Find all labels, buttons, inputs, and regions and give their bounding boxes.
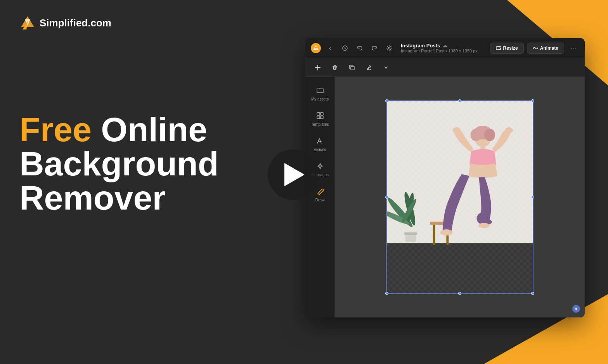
sidebar-item-visuals[interactable]: Visuals [307, 132, 333, 156]
editor-sidebar: My assets Templates [305, 77, 335, 317]
add-element-button[interactable] [312, 61, 324, 74]
resize-handle-bottom-middle[interactable] [458, 292, 461, 295]
headline-line2: Background [19, 147, 218, 181]
headline-line1: Free Online [19, 113, 218, 147]
copy-element-button[interactable] [346, 61, 358, 74]
svg-point-9 [537, 47, 538, 49]
project-subtitle: Instagram Portrait Post • 1080 x 1350 px [401, 49, 486, 53]
logo-icon [19, 15, 36, 31]
visuals-label: Visuals [314, 147, 326, 152]
pencil-icon [315, 186, 325, 196]
sidebar-item-templates[interactable]: Templates [307, 107, 333, 130]
svg-point-6 [388, 47, 390, 49]
resize-handle-top-middle[interactable] [458, 99, 461, 102]
delete-element-button[interactable] [329, 61, 341, 74]
editor-window: ‹ Instagram [305, 38, 585, 317]
editor-header: ‹ Instagram [305, 38, 585, 58]
header-app-logo [311, 43, 321, 53]
headline-line3: Remover [19, 181, 218, 215]
editor-canvas: ▼ [335, 77, 585, 317]
play-icon [284, 163, 305, 186]
redo-button[interactable] [369, 43, 380, 54]
headline: Free Online Background Remover [19, 113, 218, 215]
my-assets-label: My assets [311, 97, 329, 101]
header-title-area: Instagram Posts ☁ Instagram Portrait Pos… [401, 43, 486, 53]
resize-handle-top-right[interactable] [531, 99, 534, 102]
more-options-button[interactable]: ··· [567, 42, 579, 54]
svg-point-29 [471, 129, 482, 141]
headline-free-word: Free [19, 110, 92, 149]
svg-rect-16 [387, 243, 533, 293]
editor-toolbar [305, 58, 585, 77]
fill-dropdown-button[interactable] [380, 61, 392, 74]
sidebar-item-my-assets[interactable]: My assets [307, 81, 333, 105]
header-actions: Resize Animate ··· [490, 42, 579, 54]
resize-handle-bottom-right[interactable] [531, 292, 534, 295]
animate-button[interactable]: Animate [527, 43, 564, 54]
play-button[interactable] [268, 149, 318, 200]
svg-rect-13 [317, 116, 320, 119]
back-button[interactable]: ‹ [325, 43, 336, 54]
templates-label: Templates [311, 122, 329, 127]
svg-point-35 [478, 223, 489, 228]
svg-rect-12 [320, 113, 323, 115]
logo-text: Simplified.com [40, 17, 111, 29]
editor-body: My assets Templates [305, 77, 585, 317]
text-a-icon [315, 136, 325, 146]
svg-rect-14 [320, 116, 323, 119]
svg-point-34 [440, 229, 453, 236]
project-title: Instagram Posts ☁ [401, 43, 486, 49]
headline-online-word: Online [92, 110, 207, 149]
settings-button[interactable] [384, 43, 395, 54]
svg-point-32 [453, 127, 461, 133]
undo-button[interactable] [354, 43, 365, 54]
grid-icon [315, 111, 325, 121]
svg-rect-11 [317, 113, 320, 115]
resize-button[interactable]: Resize [490, 43, 524, 54]
history-button[interactable] [340, 43, 350, 54]
cloud-save-icon: ☁ [442, 43, 447, 49]
svg-rect-22 [405, 234, 416, 242]
resize-handle-top-left[interactable] [385, 99, 388, 102]
resize-handle-bottom-left[interactable] [385, 292, 388, 295]
logo-area: Simplified.com [19, 15, 111, 31]
svg-point-8 [533, 47, 534, 49]
svg-rect-10 [351, 66, 354, 70]
svg-point-30 [484, 129, 495, 141]
yoga-person-image [387, 101, 533, 293]
scroll-indicator[interactable]: ▼ [572, 305, 580, 313]
canvas-image-container[interactable] [386, 100, 534, 294]
draw-label: Draw [315, 198, 324, 202]
svg-point-33 [505, 127, 513, 133]
fill-color-button[interactable] [363, 61, 375, 74]
svg-rect-24 [433, 224, 435, 245]
folder-icon [315, 85, 325, 95]
resize-handle-middle-left[interactable] [385, 196, 388, 199]
resize-handle-middle-right[interactable] [531, 196, 534, 199]
svg-rect-23 [404, 232, 417, 235]
